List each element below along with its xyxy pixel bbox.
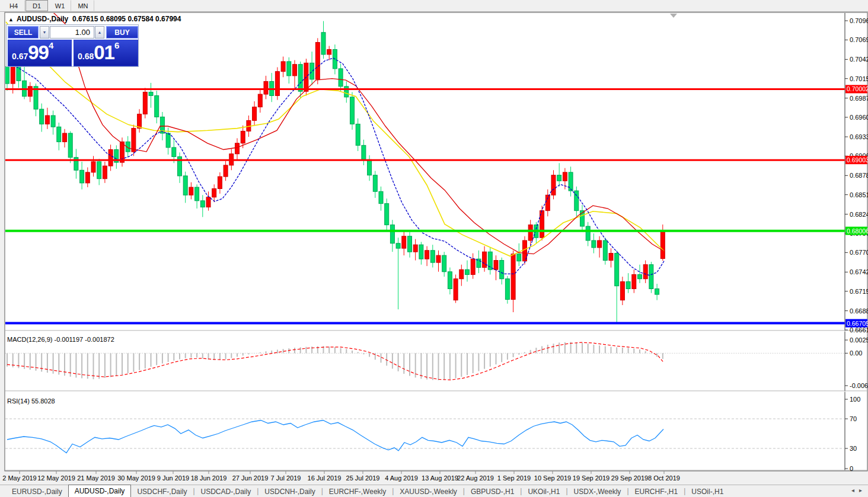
chart-tab-usoil-h1[interactable]: USOil-,H1 bbox=[685, 486, 729, 497]
rsi-axis-tick: 0 bbox=[850, 465, 853, 472]
price-line-label: 0.69003 bbox=[847, 156, 868, 163]
sell-price-sup: 4 bbox=[49, 40, 53, 50]
chart-tab-eurusd-daily[interactable]: EURUSD-,Daily bbox=[6, 486, 68, 497]
buy-price-box[interactable]: 0.68016 bbox=[74, 40, 138, 66]
price-line-label: 0.68006 bbox=[847, 227, 868, 235]
chart-tab-audusd-daily[interactable]: AUDUSD-,Daily bbox=[68, 485, 132, 497]
price-axis-tick: 0.70695 bbox=[850, 36, 868, 43]
price-axis-tick: 0.69875 bbox=[850, 95, 868, 102]
macd-indicator-label: MACD(12,26,9) -0.001197 -0.001872 bbox=[7, 336, 114, 343]
price-axis-tick: 0.69605 bbox=[850, 114, 868, 121]
date-axis-tick[interactable]: 2 May 2019 bbox=[2, 474, 36, 482]
date-axis-tick[interactable]: 13 Aug 2019 bbox=[422, 474, 458, 482]
trade-panel-collapse-icon[interactable]: ▲ bbox=[8, 17, 14, 23]
chart-tabbar: EURUSD-,DailyAUDUSD-,DailyUSDCHF-,Daily|… bbox=[0, 485, 868, 497]
date-axis-tick[interactable]: 10 Sep 2019 bbox=[534, 474, 571, 482]
date-axis-tick[interactable]: 8 Oct 2019 bbox=[648, 474, 680, 482]
buy-price-big: 01 bbox=[94, 41, 114, 63]
price-axis-tick: 0.67425 bbox=[850, 268, 868, 275]
date-axis-tick[interactable]: 22 Aug 2019 bbox=[457, 474, 494, 482]
price-axis-tick: 0.70150 bbox=[850, 75, 868, 82]
date-axis-tick[interactable]: 21 May 2019 bbox=[77, 474, 115, 482]
caret-down-icon: ▼ bbox=[43, 30, 47, 34]
date-axis-tick[interactable]: 12 May 2019 bbox=[37, 474, 75, 482]
macd-axis-tick: 0.00 bbox=[850, 349, 862, 357]
price-line-label: 0.70002 bbox=[847, 85, 868, 92]
sell-button[interactable]: SELL bbox=[8, 26, 39, 39]
price-axis-tick: 0.68515 bbox=[850, 191, 868, 198]
date-axis-tick[interactable]: 4 Aug 2019 bbox=[385, 474, 418, 482]
date-axis-tick[interactable]: 9 Jun 2019 bbox=[157, 474, 189, 482]
price-axis-tick: 0.68240 bbox=[850, 211, 868, 218]
chart-tab-eurchf-h1[interactable]: EURCHF-,H1 bbox=[629, 486, 684, 497]
caret-up-icon: ▲ bbox=[98, 30, 102, 34]
chart-tab-xauusd-weekly[interactable]: XAUUSD-,Weekly bbox=[394, 486, 462, 497]
chart-tab-eurchf-weekly[interactable]: EURCHF-,Weekly bbox=[323, 486, 392, 497]
volume-increase-button[interactable]: ▲ bbox=[95, 26, 104, 39]
chart-symbol-label: AUDUSD-,Daily bbox=[17, 15, 68, 23]
date-axis-tick[interactable]: 18 Jun 2019 bbox=[191, 474, 227, 482]
rsi-axis-tick: 70 bbox=[850, 415, 857, 422]
chart-title: ▲AUDUSD-,Daily 0.67615 0.68095 0.67584 0… bbox=[8, 15, 181, 23]
chart-tab-gbpusd-h1[interactable]: GBPUSD-,H1 bbox=[465, 486, 520, 497]
price-axis-tick: 0.68785 bbox=[850, 172, 868, 179]
chart-canvas[interactable]: 0.709650.706950.704200.701500.698750.696… bbox=[0, 0, 868, 485]
price-axis-tick: 0.69330 bbox=[850, 133, 868, 140]
volume-input[interactable] bbox=[50, 26, 94, 39]
tab-scroll-arrows: ◂▸ bbox=[849, 487, 864, 493]
rsi-indicator-label: RSI(14) 55.8028 bbox=[7, 397, 55, 405]
date-axis-tick[interactable]: 19 Sep 2019 bbox=[573, 474, 609, 482]
price-axis-tick: 0.67700 bbox=[850, 249, 868, 256]
buy-button[interactable]: BUY bbox=[106, 26, 138, 39]
chart-tab-usdcad-daily[interactable]: USDCAD-,Daily bbox=[195, 486, 257, 497]
date-axis-tick[interactable]: 27 Jun 2019 bbox=[232, 474, 269, 482]
date-axis-tick[interactable]: 25 Jul 2019 bbox=[346, 474, 380, 482]
price-axis-tick: 0.66880 bbox=[850, 307, 868, 315]
macd-axis-tick: 0.002574 bbox=[850, 336, 868, 344]
volume-decrease-button[interactable]: ▼ bbox=[40, 26, 49, 39]
buy-price-sup: 6 bbox=[114, 40, 119, 50]
chart-tab-usdcnh-daily[interactable]: USDCNH-,Daily bbox=[259, 486, 321, 497]
date-axis-tick[interactable]: 29 Sep 2019 bbox=[611, 474, 648, 482]
trading-terminal-window: H4D1W1MN 0.709650.706950.704200.701500.6… bbox=[0, 0, 868, 497]
tab-scroll-left-icon[interactable]: ◂ bbox=[849, 487, 857, 493]
date-axis-tick[interactable]: 30 May 2019 bbox=[117, 474, 155, 482]
buy-price-prefix: 0.68 bbox=[78, 52, 94, 61]
chart-tab-usdchf-daily[interactable]: USDCHF-,Daily bbox=[131, 486, 193, 497]
tab-scroll-right-icon[interactable]: ▸ bbox=[857, 487, 864, 493]
one-click-trading-panel: SELL ▼ ▲ BUY 0.67994 0.68016 bbox=[6, 24, 139, 67]
date-axis-tick[interactable]: 7 Jul 2019 bbox=[271, 474, 301, 482]
price-axis-tick: 0.70965 bbox=[850, 17, 868, 24]
chart-tab-ukoil-h1[interactable]: UKOil-,H1 bbox=[522, 486, 566, 497]
price-axis-tick: 0.67155 bbox=[850, 288, 868, 295]
price-axis-tick: 0.66610 bbox=[850, 326, 868, 334]
macd-axis-tick: -0.006326 bbox=[850, 382, 868, 389]
rsi-axis-tick: 30 bbox=[850, 445, 857, 452]
date-axis-tick[interactable]: 16 Jul 2019 bbox=[308, 474, 342, 482]
chart-tab-usdx-weekly[interactable]: USDX-,Weekly bbox=[568, 486, 627, 497]
price-axis-tick: 0.70420 bbox=[850, 56, 868, 63]
price-line-label: 0.66705 bbox=[847, 320, 868, 327]
sell-price-prefix: 0.67 bbox=[12, 52, 28, 61]
sell-price-big: 99 bbox=[28, 41, 49, 63]
sell-price-box[interactable]: 0.67994 bbox=[8, 40, 72, 66]
date-axis-tick[interactable]: 1 Sep 2019 bbox=[497, 474, 531, 482]
rsi-axis-tick: 100 bbox=[850, 396, 860, 403]
chart-ohlc-values: 0.67615 0.68095 0.67584 0.67994 bbox=[72, 15, 181, 23]
